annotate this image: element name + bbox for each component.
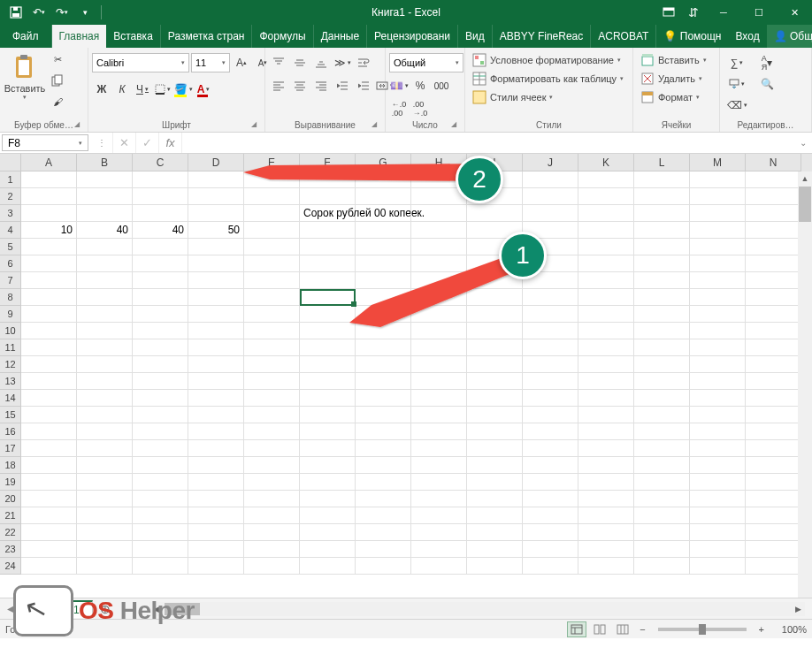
expand-formula-bar[interactable]: ⌄ — [794, 133, 812, 153]
cell[interactable] — [411, 239, 467, 255]
vertical-scrollbar[interactable]: ▲ — [798, 171, 812, 598]
row-header[interactable]: 18 — [0, 457, 21, 474]
cell[interactable] — [578, 373, 634, 390]
formula-dropdown[interactable]: ⋮ — [90, 133, 113, 153]
cell[interactable] — [467, 507, 523, 524]
row-header[interactable]: 7 — [0, 272, 21, 289]
cell[interactable] — [467, 440, 523, 457]
cell[interactable] — [746, 289, 801, 306]
cell[interactable] — [411, 339, 467, 356]
cell[interactable] — [523, 440, 578, 457]
cell[interactable] — [188, 407, 244, 423]
cell[interactable] — [356, 507, 411, 524]
cell[interactable] — [578, 255, 634, 272]
cell[interactable] — [244, 356, 300, 373]
cell[interactable] — [244, 491, 300, 507]
cell[interactable] — [356, 491, 411, 507]
cell[interactable] — [690, 407, 746, 423]
row-header[interactable]: 15 — [0, 407, 21, 423]
cell[interactable] — [188, 205, 244, 222]
cell[interactable] — [356, 272, 411, 289]
percent-button[interactable]: % — [410, 76, 430, 95]
cell[interactable] — [578, 407, 634, 423]
cell[interactable] — [411, 491, 467, 507]
qat-customize[interactable]: ▾ — [74, 3, 96, 22]
cell[interactable] — [133, 390, 188, 407]
cell[interactable] — [746, 222, 801, 239]
italic-button[interactable]: К — [112, 80, 132, 99]
cell[interactable] — [77, 507, 133, 524]
autosum-button[interactable]: ∑▾ — [724, 53, 750, 72]
cell[interactable] — [244, 171, 300, 188]
cell[interactable] — [411, 255, 467, 272]
cell[interactable] — [356, 524, 411, 541]
format-painter-button[interactable]: 🖌 — [48, 92, 67, 111]
scroll-right-icon[interactable]: ▶ — [791, 605, 805, 613]
cell[interactable] — [21, 407, 77, 423]
cell[interactable] — [746, 457, 801, 474]
cell[interactable] — [411, 356, 467, 373]
tab-formulas[interactable]: Формулы — [252, 25, 313, 48]
cell[interactable] — [411, 541, 467, 558]
cell[interactable] — [21, 205, 77, 222]
cell[interactable] — [188, 289, 244, 306]
cell[interactable] — [690, 323, 746, 339]
cell[interactable] — [523, 188, 578, 205]
dialog-launcher-icon[interactable]: ◢ — [369, 120, 379, 131]
cell[interactable] — [188, 239, 244, 255]
cell[interactable] — [188, 171, 244, 188]
normal-view-button[interactable] — [567, 621, 586, 637]
dialog-launcher-icon[interactable]: ◢ — [448, 120, 459, 131]
cell[interactable] — [21, 339, 77, 356]
cell[interactable] — [690, 239, 746, 255]
cell[interactable] — [21, 289, 77, 306]
cell[interactable] — [133, 474, 188, 491]
cell[interactable] — [523, 205, 578, 222]
cell[interactable] — [523, 423, 578, 440]
cell[interactable] — [300, 507, 356, 524]
cell[interactable] — [77, 558, 133, 575]
cell[interactable] — [411, 524, 467, 541]
cell[interactable] — [690, 558, 746, 575]
cell[interactable] — [188, 423, 244, 440]
cell[interactable] — [188, 339, 244, 356]
cell[interactable] — [634, 440, 690, 457]
column-header[interactable]: N — [746, 154, 801, 171]
cell[interactable] — [356, 239, 411, 255]
cell[interactable] — [467, 541, 523, 558]
cell[interactable] — [188, 323, 244, 339]
cell[interactable] — [578, 390, 634, 407]
cell[interactable] — [244, 289, 300, 306]
cell[interactable] — [467, 558, 523, 575]
dialog-launcher-icon[interactable]: ◢ — [72, 120, 82, 131]
row-header[interactable]: 1 — [0, 171, 21, 188]
cell[interactable] — [21, 306, 77, 323]
column-header[interactable]: F — [300, 154, 356, 171]
cell[interactable] — [300, 440, 356, 457]
row-header[interactable]: 6 — [0, 255, 21, 272]
format-cells-button[interactable]: Формат▾ — [637, 88, 703, 106]
cell[interactable] — [634, 239, 690, 255]
cell[interactable] — [77, 390, 133, 407]
cell[interactable] — [634, 339, 690, 356]
cell[interactable] — [133, 457, 188, 474]
tab-home[interactable]: Главная — [52, 25, 107, 48]
cell[interactable] — [244, 390, 300, 407]
row-header[interactable]: 23 — [0, 541, 21, 558]
cell[interactable] — [411, 373, 467, 390]
cell[interactable] — [746, 524, 801, 541]
cell-styles-button[interactable]: Стили ячеек▾ — [469, 88, 556, 106]
cell[interactable] — [634, 457, 690, 474]
cell[interactable] — [467, 491, 523, 507]
cell[interactable] — [634, 272, 690, 289]
cell[interactable] — [21, 390, 77, 407]
tell-me[interactable]: 💡 Помощн — [656, 25, 728, 48]
cell[interactable] — [77, 272, 133, 289]
increase-font-button[interactable]: A▴ — [232, 53, 251, 72]
column-header[interactable]: A — [21, 154, 77, 171]
cell[interactable] — [467, 289, 523, 306]
cell[interactable] — [467, 205, 523, 222]
cell[interactable] — [77, 255, 133, 272]
cell[interactable] — [578, 524, 634, 541]
cell[interactable] — [411, 457, 467, 474]
